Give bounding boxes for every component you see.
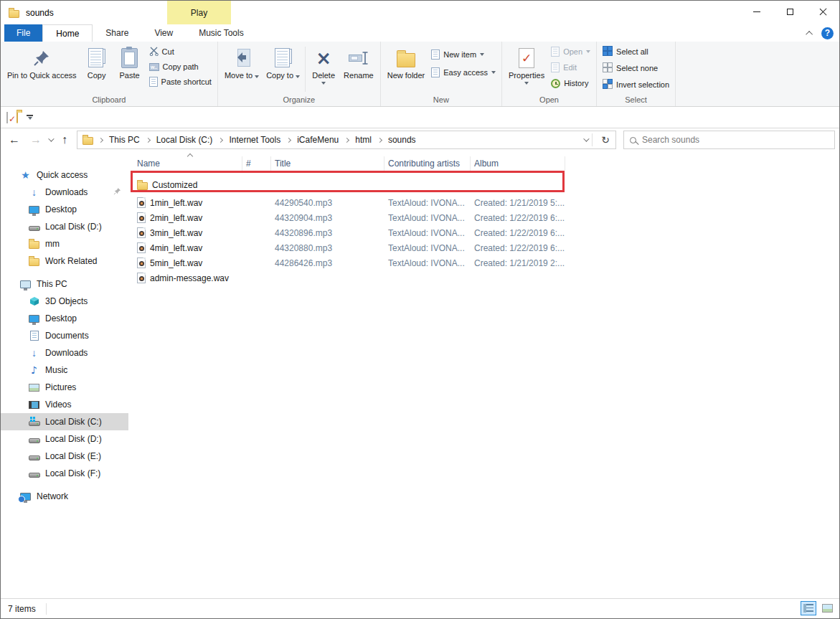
sidebar-item-desktop-qa[interactable]: Desktop	[1, 201, 128, 218]
drive-icon	[28, 223, 40, 231]
tab-file[interactable]: File	[4, 24, 42, 42]
system-drive-icon	[28, 418, 40, 426]
select-all-button[interactable]: Select all	[603, 45, 669, 58]
audio-file-icon	[137, 257, 146, 268]
folder-icon	[28, 239, 40, 249]
easy-access-button[interactable]: Easy access	[431, 66, 496, 79]
up-button[interactable]: ↑	[55, 131, 74, 148]
sidebar-item-desktop[interactable]: Desktop	[1, 310, 128, 327]
tab-music-tools[interactable]: Music Tools	[186, 24, 256, 42]
column-header-artists[interactable]: Contributing artists	[384, 156, 471, 171]
refresh-button[interactable]: ↻	[597, 132, 614, 148]
paste-icon	[121, 45, 138, 71]
sidebar-item-documents[interactable]: Documents	[1, 327, 128, 344]
select-all-icon	[603, 46, 613, 57]
back-button[interactable]: ←	[5, 131, 24, 148]
rename-button[interactable]: Rename	[340, 44, 377, 80]
folder-shortcut-icon[interactable]	[16, 113, 18, 123]
breadcrumb-html[interactable]: html	[352, 133, 374, 147]
file-row-1min[interactable]: 1min_left.wav 44290540.mp3 TextAloud: IV…	[133, 195, 839, 210]
file-row-customized[interactable]: Customized	[133, 177, 839, 192]
tab-home[interactable]: Home	[42, 24, 93, 42]
folder-icon	[28, 256, 40, 266]
sidebar-item-local-disk-f[interactable]: Local Disk (F:)	[1, 465, 128, 482]
move-to-button[interactable]: Move to	[221, 44, 263, 80]
customize-toolbar-icon[interactable]	[27, 115, 33, 120]
sidebar-item-music[interactable]: ♪ Music	[1, 362, 128, 379]
paste-shortcut-button[interactable]: Paste shortcut	[149, 75, 212, 88]
downloads-icon: ↓	[28, 347, 40, 359]
rename-icon	[348, 45, 369, 71]
file-row-3min[interactable]: 3min_left.wav 44320896.mp3 TextAloud: IV…	[133, 225, 839, 240]
copy-button[interactable]: Copy	[80, 44, 113, 80]
sidebar-item-3d-objects[interactable]: 3D Objects	[1, 293, 128, 310]
copy-path-button[interactable]: w.. Copy path	[149, 60, 212, 73]
column-header-number[interactable]: #	[242, 156, 271, 171]
properties-shortcut-icon[interactable]: ✓	[6, 113, 8, 123]
sidebar-item-downloads[interactable]: ↓ Downloads	[1, 184, 128, 201]
sidebar-item-videos[interactable]: Videos	[1, 396, 128, 413]
breadcrumb-this-pc[interactable]: This PC	[106, 133, 143, 147]
paste-button[interactable]: Paste	[113, 44, 146, 80]
thumbnails-view-button[interactable]	[819, 601, 835, 615]
column-header-title[interactable]: Title	[271, 156, 384, 171]
column-header-album[interactable]: Album	[471, 156, 565, 171]
properties-button[interactable]: ✓ Properties	[505, 44, 548, 85]
delete-button[interactable]: × Delete	[307, 44, 340, 85]
sidebar-item-downloads-pc[interactable]: ↓ Downloads	[1, 344, 128, 362]
folder-icon	[8, 8, 20, 18]
file-row-4min[interactable]: 4min_left.wav 44320880.mp3 TextAloud: IV…	[133, 240, 839, 255]
pin-icon	[33, 45, 50, 71]
open-icon	[551, 47, 560, 57]
breadcrumb-icafemenu[interactable]: iCafeMenu	[294, 133, 341, 147]
help-icon[interactable]: ?	[821, 27, 834, 39]
history-button[interactable]: History	[551, 77, 590, 90]
chevron-right-icon	[146, 137, 151, 142]
forward-button: →	[27, 131, 45, 148]
sidebar-item-work-related[interactable]: Work Related	[1, 252, 128, 270]
sidebar-item-pictures[interactable]: Pictures	[1, 379, 128, 396]
breadcrumb-local-disk-c[interactable]: Local Disk (C:)	[154, 133, 216, 147]
sidebar-item-local-disk-d-qa[interactable]: Local Disk (D:)	[1, 218, 128, 235]
sidebar-item-local-disk-d[interactable]: Local Disk (D:)	[1, 430, 128, 448]
collapse-ribbon-icon[interactable]	[806, 30, 813, 37]
invert-selection-button[interactable]: Invert selection	[603, 78, 669, 91]
details-view-button[interactable]	[801, 601, 816, 615]
sidebar-item-mm[interactable]: mm	[1, 235, 128, 252]
new-folder-button[interactable]: New folder	[384, 44, 429, 80]
cut-button[interactable]: Cut	[149, 45, 212, 58]
sidebar-item-local-disk-c[interactable]: Local Disk (C:)	[1, 413, 128, 430]
sidebar-item-this-pc[interactable]: This PC	[1, 275, 128, 293]
tab-play[interactable]: Play	[167, 1, 231, 24]
new-item-button[interactable]: New item	[431, 48, 496, 61]
file-row-2min[interactable]: 2min_left.wav 44320904.mp3 TextAloud: IV…	[133, 210, 839, 225]
tab-share[interactable]: Share	[93, 24, 141, 42]
group-label-open: Open	[502, 95, 596, 106]
minimize-icon	[753, 11, 760, 12]
minimize-button[interactable]	[740, 1, 773, 23]
select-none-button[interactable]: Select none	[603, 62, 669, 75]
sidebar-item-network[interactable]: Network	[1, 488, 128, 505]
tab-view[interactable]: View	[141, 24, 186, 42]
sidebar-item-quick-access[interactable]: ★ Quick access	[1, 166, 128, 184]
search-input[interactable]	[642, 135, 829, 145]
copy-to-button[interactable]: Copy to	[263, 44, 303, 80]
file-row-5min[interactable]: 5min_left.wav 44286426.mp3 TextAloud: IV…	[133, 255, 839, 270]
file-row-admin-message[interactable]: admin-message.wav	[133, 270, 839, 285]
sidebar-item-local-disk-e[interactable]: Local Disk (E:)	[1, 448, 128, 465]
downloads-icon: ↓	[28, 186, 40, 198]
search-box[interactable]	[623, 131, 835, 149]
maximize-button[interactable]	[773, 1, 806, 23]
recent-locations-icon[interactable]	[48, 136, 54, 141]
breadcrumb-internet-tools[interactable]: Internet Tools	[226, 133, 283, 147]
dropdown-caret	[491, 71, 496, 74]
breadcrumb-sounds[interactable]: sounds	[385, 133, 419, 147]
pin-to-quick-access-button[interactable]: Pin to Quick access	[4, 44, 80, 80]
new-folder-icon	[397, 45, 415, 71]
column-header-name[interactable]: Name	[133, 156, 242, 171]
address-bar[interactable]: This PC Local Disk (C:) Internet Tools i…	[77, 131, 616, 149]
item-count: 7 items	[8, 604, 36, 614]
address-dropdown-icon[interactable]	[583, 136, 589, 141]
drive-icon	[28, 470, 40, 478]
close-button[interactable]	[806, 1, 839, 23]
